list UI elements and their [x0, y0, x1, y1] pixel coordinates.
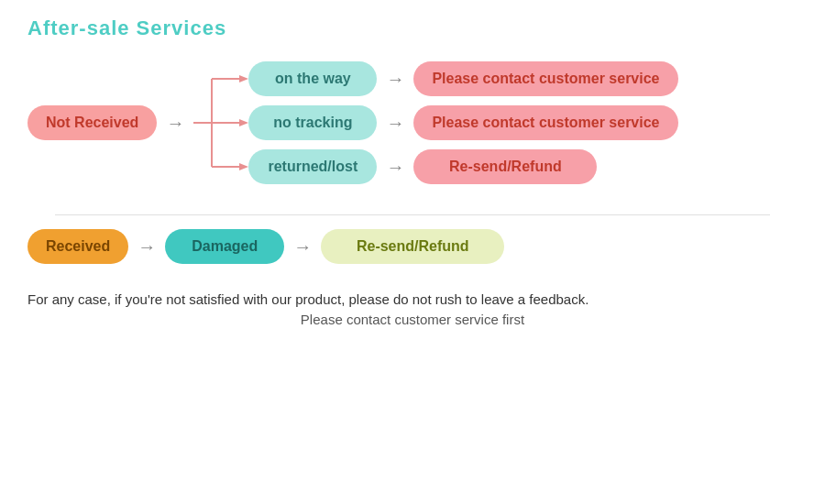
arrow-3: →	[377, 157, 413, 178]
received-node: Received	[28, 229, 128, 264]
not-received-node: Not Received	[28, 105, 157, 140]
diagram-area: Not Received → on the way → Ple	[0, 49, 825, 273]
fanout-rows: on the way → Please contact customer ser…	[248, 61, 677, 184]
contact-service-1-node: Please contact customer service	[413, 61, 677, 96]
footer-line1: For any case, if you're not satisfied wi…	[0, 273, 825, 312]
contact-service-2-node: Please contact customer service	[413, 105, 677, 140]
arrow-not-received-fan: →	[157, 113, 193, 134]
svg-marker-3	[239, 75, 248, 82]
arrow-received-damaged: →	[128, 236, 165, 257]
footer-line2: Please contact customer service first	[0, 312, 825, 327]
resend-refund-pink-node: Re-send/Refund	[413, 149, 597, 184]
arrow-1: →	[377, 69, 413, 90]
row-on-the-way: on the way → Please contact customer ser…	[248, 61, 677, 96]
svg-marker-9	[239, 163, 248, 170]
arrow-damaged-resend: →	[284, 236, 321, 257]
svg-marker-5	[239, 119, 248, 126]
no-tracking-node: no tracking	[248, 105, 377, 140]
top-section: Not Received → on the way → Ple	[28, 59, 798, 187]
damaged-node: Damaged	[165, 229, 284, 264]
bottom-section: Received → Damaged → Re-send/Refund	[28, 229, 798, 264]
resend-refund-green-node: Re-send/Refund	[321, 229, 504, 264]
arrow-2: →	[377, 113, 413, 134]
returned-lost-node: returned/lost	[248, 149, 377, 184]
page-title: After-sale Services	[0, 0, 825, 49]
row-returned-lost: returned/lost → Re-send/Refund	[248, 149, 677, 184]
fan-arrows-svg	[193, 59, 248, 187]
row-no-tracking: no tracking → Please contact customer se…	[248, 105, 677, 140]
on-the-way-node: on the way	[248, 61, 377, 96]
section-divider	[55, 214, 770, 215]
